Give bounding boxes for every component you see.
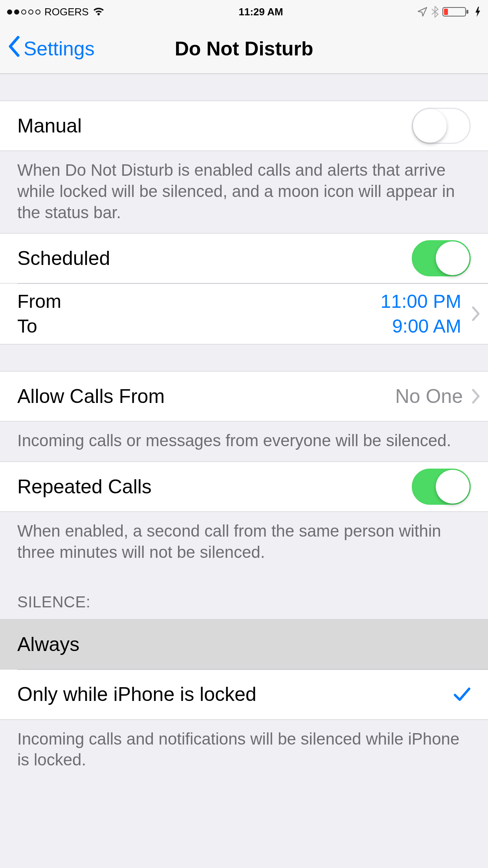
silence-footer: Incoming calls and notifications will be… <box>0 720 488 781</box>
allow-calls-value: No One <box>395 385 463 408</box>
status-bar: ROGERS 11:29 AM <box>0 0 488 24</box>
silence-locked-label: Only while iPhone is locked <box>17 683 453 706</box>
manual-footer: When Do Not Disturb is enabled calls and… <box>0 151 488 233</box>
scheduled-toggle[interactable] <box>412 240 471 276</box>
status-left: ROGERS <box>7 6 105 18</box>
status-right <box>417 6 481 18</box>
silence-always-label: Always <box>17 633 471 656</box>
schedule-from-label: From <box>17 291 61 312</box>
silence-header: SILENCE: <box>0 573 488 619</box>
allow-calls-row[interactable]: Allow Calls From No One <box>0 371 488 421</box>
checkmark-icon <box>453 686 471 702</box>
carrier-label: ROGERS <box>44 6 89 18</box>
chevron-right-icon <box>471 306 480 322</box>
manual-toggle[interactable] <box>412 108 471 144</box>
svg-rect-1 <box>444 9 448 15</box>
repeated-calls-row[interactable]: Repeated Calls <box>0 462 488 512</box>
spacer <box>0 344 488 371</box>
back-button[interactable]: Settings <box>0 36 95 62</box>
status-time: 11:29 AM <box>238 6 283 18</box>
scheduled-label: Scheduled <box>17 247 412 270</box>
svg-rect-2 <box>466 10 468 14</box>
schedule-from-value: 11:00 PM <box>381 291 461 312</box>
manual-label: Manual <box>17 114 412 137</box>
silence-option-always[interactable]: Always <box>0 619 488 669</box>
bluetooth-icon <box>431 6 438 18</box>
scheduled-row[interactable]: Scheduled <box>0 233 488 283</box>
schedule-time-row[interactable]: From 11:00 PM To 9:00 AM <box>0 283 488 344</box>
schedule-to-label: To <box>17 315 37 337</box>
manual-row[interactable]: Manual <box>0 101 488 151</box>
repeated-calls-toggle[interactable] <box>412 469 471 505</box>
wifi-icon <box>93 7 105 17</box>
repeated-calls-label: Repeated Calls <box>17 475 412 498</box>
chevron-left-icon <box>8 36 20 62</box>
allow-calls-label: Allow Calls From <box>17 385 395 408</box>
battery-icon <box>442 6 471 18</box>
repeated-calls-footer: When enabled, a second call from the sam… <box>0 512 488 573</box>
chevron-right-icon <box>471 388 480 404</box>
allow-calls-footer: Incoming calls or messages from everyone… <box>0 421 488 462</box>
signal-strength-icon <box>7 9 40 15</box>
silence-option-locked[interactable]: Only while iPhone is locked <box>0 669 488 720</box>
schedule-to-value: 9:00 AM <box>392 315 461 337</box>
back-label: Settings <box>24 37 95 60</box>
charging-icon <box>475 6 481 18</box>
spacer <box>0 74 488 101</box>
location-icon <box>417 7 427 17</box>
nav-bar: Settings Do Not Disturb <box>0 24 488 74</box>
